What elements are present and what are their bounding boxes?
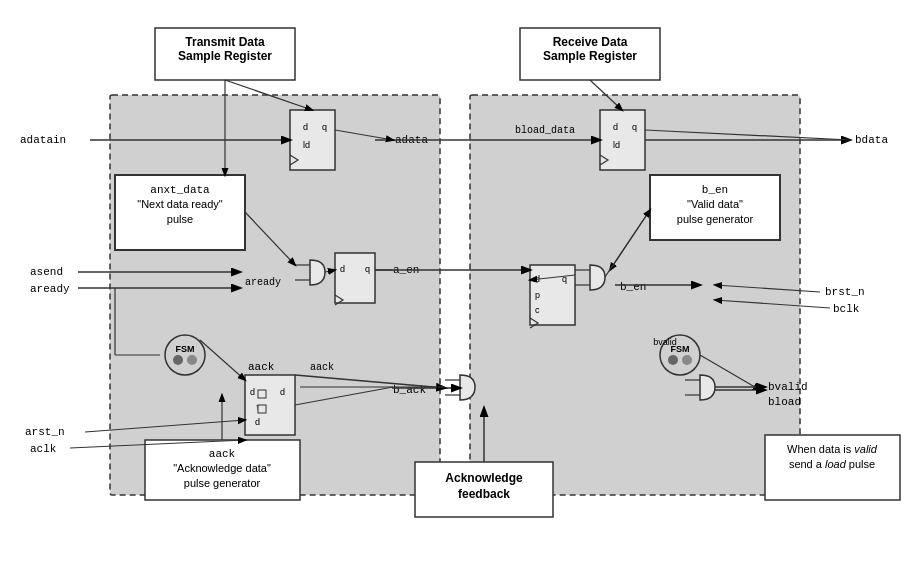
svg-text:Transmit Data: Transmit Data (185, 35, 265, 49)
svg-text:"Next data ready": "Next data ready" (137, 198, 223, 210)
svg-text:Sample Register: Sample Register (543, 49, 637, 63)
svg-text:d: d (613, 122, 618, 132)
svg-text:Acknowledge: Acknowledge (445, 471, 523, 485)
svg-text:anxt_data: anxt_data (150, 184, 210, 196)
svg-text:d: d (303, 122, 308, 132)
svg-text:d: d (340, 264, 345, 274)
svg-point-60 (668, 355, 678, 365)
svg-text:Receive Data: Receive Data (553, 35, 628, 49)
svg-text:aready: aready (30, 283, 70, 295)
svg-point-43 (187, 355, 197, 365)
svg-text:q: q (632, 122, 637, 132)
svg-text:c: c (535, 305, 540, 315)
svg-text:"Acknowledge data": "Acknowledge data" (173, 462, 271, 474)
svg-text:pulse generator: pulse generator (677, 213, 754, 225)
svg-text:bload: bload (768, 396, 801, 408)
svg-text:ld: ld (303, 140, 310, 150)
svg-text:↑: ↑ (255, 402, 260, 412)
svg-text:bvalid: bvalid (653, 337, 677, 347)
svg-text:bclk: bclk (833, 303, 860, 315)
svg-text:Sample Register: Sample Register (178, 49, 272, 63)
svg-text:send a load pulse: send a load pulse (789, 458, 875, 470)
svg-text:aack: aack (209, 448, 236, 460)
svg-rect-44 (245, 375, 295, 435)
svg-text:b_en: b_en (620, 281, 646, 293)
svg-text:ld: ld (613, 140, 620, 150)
svg-text:brst_n: brst_n (825, 286, 865, 298)
svg-text:feedback: feedback (458, 487, 510, 501)
svg-text:asend: asend (30, 266, 63, 278)
svg-text:aclk: aclk (30, 443, 57, 455)
svg-text:bvalid: bvalid (768, 381, 808, 393)
svg-text:d: d (250, 387, 255, 397)
diagram-container: Transmit Data Sample Register Receive Da… (0, 0, 908, 566)
svg-text:arst_n: arst_n (25, 426, 65, 438)
svg-point-40 (165, 335, 205, 375)
svg-text:FSM: FSM (176, 344, 195, 354)
svg-text:b_en: b_en (702, 184, 728, 196)
svg-point-61 (682, 355, 692, 365)
svg-text:aready: aready (245, 277, 281, 288)
svg-text:"Valid data": "Valid data" (687, 198, 743, 210)
svg-text:aack: aack (248, 361, 275, 373)
svg-rect-37 (335, 253, 375, 303)
svg-text:d: d (255, 417, 260, 427)
svg-text:d: d (280, 387, 285, 397)
svg-text:bload_data: bload_data (515, 125, 575, 136)
svg-text:p: p (535, 290, 540, 300)
svg-text:bdata: bdata (855, 134, 888, 146)
svg-text:pulse generator: pulse generator (184, 477, 261, 489)
svg-text:pulse: pulse (167, 213, 193, 225)
svg-text:q: q (322, 122, 327, 132)
adatain-label: adatain (20, 134, 66, 146)
svg-point-42 (173, 355, 183, 365)
svg-text:aack: aack (310, 362, 334, 373)
svg-text:q: q (365, 264, 370, 274)
svg-text:When data is valid: When data is valid (787, 443, 878, 455)
